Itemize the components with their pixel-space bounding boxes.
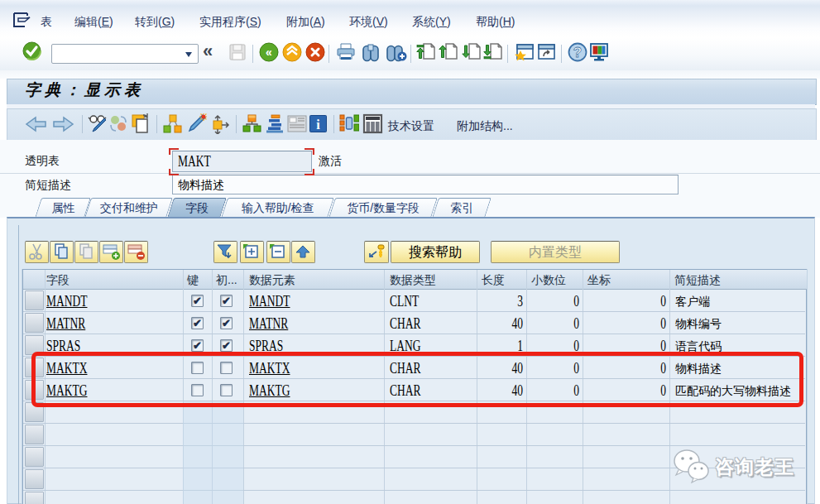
svg-text:?: ? <box>573 45 582 60</box>
svg-text:i: i <box>316 118 320 132</box>
svg-text:«: « <box>266 46 272 59</box>
